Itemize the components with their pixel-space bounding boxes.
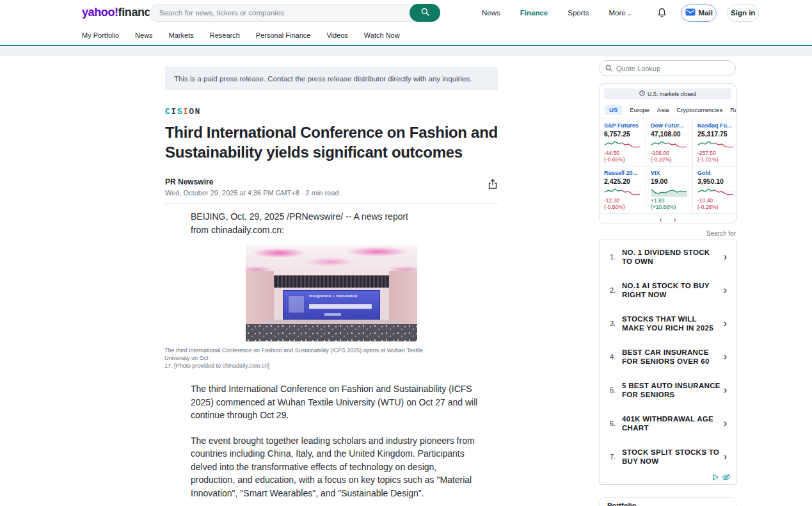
sponsored-item-number: 1. bbox=[610, 253, 622, 261]
chevron-right-icon: › bbox=[724, 351, 729, 363]
sponsored-item[interactable]: 6.401K WITHDRAWAL AGE CHART› bbox=[600, 407, 736, 440]
byline-source[interactable]: PR Newswire bbox=[165, 177, 339, 186]
cision-letter: S bbox=[177, 107, 183, 117]
hide-ad-eye-icon[interactable] bbox=[722, 473, 731, 481]
sponsored-item[interactable]: 3.STOCKS THAT WILL MAKE YOU RICH IN 2025… bbox=[600, 307, 736, 340]
sponsored-item-number: 6. bbox=[610, 420, 622, 427]
global-search bbox=[149, 4, 440, 22]
tile-value: 3,950.10 bbox=[697, 177, 735, 185]
search-input[interactable] bbox=[150, 9, 410, 17]
market-tab-rates[interactable]: Rates bbox=[730, 106, 736, 113]
tile-sparkline bbox=[604, 138, 641, 150]
tile-value: 6,757.25 bbox=[604, 130, 641, 138]
market-region-tabs: USEuropeAsiaCryptocurrenciesRates bbox=[600, 104, 736, 115]
market-status-bar: U.S. markets closed bbox=[604, 88, 731, 99]
portfolio-title: Portfolio bbox=[607, 502, 636, 506]
mail-envelope-icon bbox=[685, 8, 696, 17]
sponsored-item[interactable]: 1.NO. 1 DIVIDEND STOCK TO OWN› bbox=[600, 240, 736, 273]
header-nav-news[interactable]: News bbox=[482, 9, 500, 17]
sponsored-item-label: NO. 1 DIVIDEND STOCK TO OWN bbox=[622, 248, 724, 266]
market-tab-europe[interactable]: Europe bbox=[630, 106, 649, 113]
article-title: Third International Conference on Fashio… bbox=[165, 122, 498, 162]
search-icon bbox=[421, 8, 429, 18]
sponsored-item[interactable]: 5.5 BEST AUTO INSURANCE FOR SENIORS› bbox=[600, 373, 736, 407]
quote-lookup-input[interactable] bbox=[612, 65, 735, 72]
portfolio-card: Portfolio bbox=[599, 497, 736, 506]
subnav-item-personal-finance[interactable]: Personal Finance bbox=[256, 31, 311, 39]
sponsored-item-label: 5 BEST AUTO INSURANCE FOR SENIORS bbox=[622, 381, 724, 399]
cision-logo[interactable]: CISION bbox=[165, 107, 498, 117]
share-button[interactable] bbox=[488, 179, 498, 192]
subnav-item-videos[interactable]: Videos bbox=[326, 31, 347, 39]
top-header: yahoo!finance NewsFinanceSportsMore⌄ Mai… bbox=[0, 0, 812, 26]
sponsored-item-label: NO.1 AI STOCK TO BUY RIGHT NOW bbox=[622, 281, 724, 299]
tile-sparkline bbox=[604, 186, 641, 197]
notifications-bell-icon[interactable] bbox=[657, 8, 667, 18]
conference-photo: Integration + Innovation bbox=[246, 245, 417, 341]
subnav-item-research[interactable]: Research bbox=[210, 31, 240, 39]
market-tile-russell-20[interactable]: Russell 20...2,425.20-12.30(-0.50%) bbox=[600, 167, 646, 214]
tile-change: -106.00 bbox=[651, 150, 688, 156]
subnav-item-my-portfolio[interactable]: My Portfolio bbox=[82, 31, 119, 39]
cision-letter: O bbox=[189, 107, 195, 117]
article-body: BEIJING, Oct. 29, 2025 /PRNewswire/ -- A… bbox=[191, 210, 485, 236]
chevron-right-icon: › bbox=[724, 318, 729, 329]
chevron-right-icon: › bbox=[724, 384, 729, 396]
image-caption: The third International Conference on Fa… bbox=[164, 347, 443, 370]
market-tab-asia[interactable]: Asia bbox=[657, 106, 669, 113]
subnav-item-news[interactable]: News bbox=[135, 31, 153, 39]
article-column: This is a paid press release. Contact th… bbox=[165, 56, 498, 500]
yahoo-finance-logo[interactable]: yahoo!finance bbox=[82, 6, 157, 19]
article-paragraph: BEIJING, Oct. 29, 2025 /PRNewswire/ -- A… bbox=[191, 210, 485, 236]
tile-change: -10.40 bbox=[697, 197, 735, 204]
sponsored-item[interactable]: 4.BEST CAR INSURANCE FOR SENIORS OVER 60… bbox=[600, 340, 736, 373]
tile-change-percent: (-0.50%) bbox=[604, 204, 641, 210]
header-nav-sports[interactable]: Sports bbox=[568, 9, 589, 17]
subnav-item-markets[interactable]: Markets bbox=[169, 31, 194, 39]
byline-info: PR Newswire Wed, October 29, 2025 at 4:3… bbox=[165, 177, 339, 197]
sponsored-item-label: STOCK SPLIT STOCKS TO BUY NOW bbox=[622, 448, 724, 466]
market-tile-dow-futur[interactable]: Dow Futur...47,108.00-106.00(-0.22%) bbox=[646, 119, 693, 167]
tile-sparkline bbox=[697, 138, 735, 150]
tile-change-percent: (-0.65%) bbox=[604, 156, 641, 163]
market-status-text: U.S. markets closed bbox=[648, 91, 696, 97]
header-nav-more[interactable]: More⌄ bbox=[609, 9, 632, 17]
search-button[interactable] bbox=[410, 4, 440, 22]
market-tile-s-p-futures[interactable]: S&P Futures6,757.25-44.50(-0.65%) bbox=[600, 119, 646, 167]
tile-change-percent: (-0.26%) bbox=[697, 204, 735, 210]
tile-value: 47,108.00 bbox=[651, 130, 688, 138]
cision-letter: N bbox=[195, 107, 201, 117]
chevron-right-icon: › bbox=[724, 418, 729, 429]
chevron-right-icon: › bbox=[724, 251, 729, 263]
sponsored-item-label: 401K WITHDRAWAL AGE CHART bbox=[622, 414, 724, 432]
sponsored-links-card: 1.NO. 1 DIVIDEND STOCK TO OWN›2.NO.1 AI … bbox=[599, 240, 736, 485]
carousel-prev-icon[interactable]: ‹ bbox=[660, 216, 662, 224]
photo-wall-right bbox=[389, 271, 417, 326]
tile-change-percent: (-1.01%) bbox=[697, 156, 735, 163]
header-nav-finance[interactable]: Finance bbox=[520, 9, 548, 17]
sponsored-item-number: 4. bbox=[610, 353, 622, 361]
sign-in-button[interactable]: Sign in bbox=[727, 4, 759, 22]
ad-choices-icon[interactable] bbox=[712, 473, 719, 481]
sponsored-item-number: 3. bbox=[610, 320, 622, 327]
subnav-item-watch-now[interactable]: Watch Now bbox=[364, 31, 400, 39]
sponsored-item-label: BEST CAR INSURANCE FOR SENIORS OVER 60 bbox=[622, 348, 724, 366]
market-tile-gold[interactable]: Gold3,950.10-10.40(-0.26%) bbox=[693, 167, 736, 214]
carousel-next-icon[interactable]: › bbox=[674, 216, 676, 224]
market-tab-us[interactable]: US bbox=[605, 105, 622, 115]
sponsored-item[interactable]: 2.NO.1 AI STOCK TO BUY RIGHT NOW› bbox=[600, 273, 736, 307]
article-body-continued: The third International Conference on Fa… bbox=[191, 382, 485, 500]
cision-letter: I bbox=[171, 107, 177, 117]
market-tab-cryptocurrencies[interactable]: Cryptocurrencies bbox=[676, 106, 722, 113]
photo-screen-text: Integration + Innovation bbox=[309, 294, 358, 298]
share-icon bbox=[488, 179, 498, 192]
market-tile-nasdaq-fu[interactable]: Nasdaq Fu...25,317.75-257.50(-1.01%) bbox=[693, 119, 736, 167]
market-tile-vix[interactable]: VIX19.00+1.83(+10.66%) bbox=[646, 167, 693, 214]
markets-widget: U.S. markets closed USEuropeAsiaCryptocu… bbox=[599, 83, 736, 224]
tile-change-percent: (+10.66%) bbox=[651, 204, 688, 210]
byline-datetime: Wed, October 29, 2025 at 4:36 PM GMT+8 ·… bbox=[165, 189, 339, 197]
yahoo-finance-page: yahoo!finance NewsFinanceSportsMore⌄ Mai… bbox=[0, 0, 812, 506]
mail-button[interactable]: Mail bbox=[681, 4, 717, 22]
tile-change: -12.30 bbox=[604, 197, 641, 204]
sponsored-item[interactable]: 7.STOCK SPLIT STOCKS TO BUY NOW› bbox=[600, 440, 736, 473]
